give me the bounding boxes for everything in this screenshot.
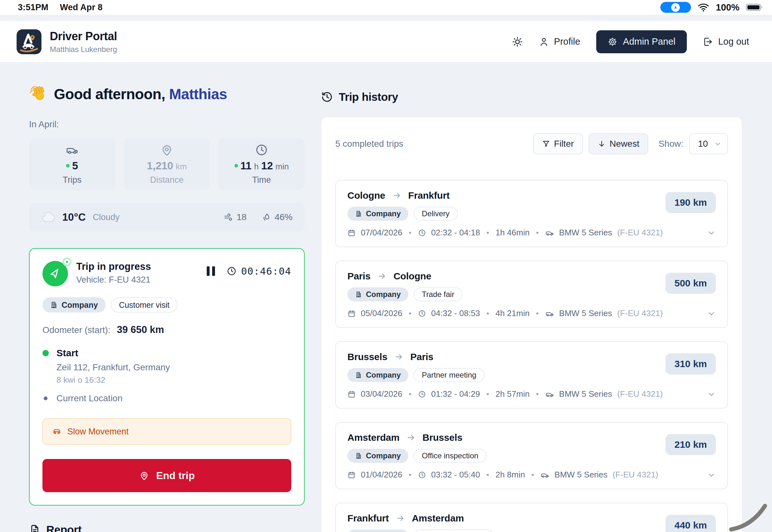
end-trip-label: End trip — [156, 470, 195, 482]
app-header: Driver Portal Matthias Lukenberg Profile — [0, 21, 772, 63]
dot-separator: • — [485, 390, 490, 399]
trip-history-row[interactable]: Paris Cologne Company — [335, 261, 728, 328]
trip-avatar — [42, 261, 68, 286]
profile-button[interactable]: Profile — [539, 36, 580, 47]
stat-distance-label: Distance — [150, 175, 183, 185]
stat-card-trips: 5 Trips — [29, 138, 115, 190]
trip-history-row[interactable]: Cologne Frankfurt Company — [335, 180, 728, 247]
arrow-right-icon — [392, 191, 401, 200]
trip-route: Frankfurt Amsterdam — [347, 513, 716, 524]
weather-condition: Cloudy — [93, 212, 120, 222]
person-icon — [539, 37, 549, 47]
trip-history-row[interactable]: Amsterdam Brussels Company — [335, 422, 728, 489]
trip-status-title: Trip in progress — [76, 261, 151, 272]
document-icon — [29, 524, 41, 532]
expand-chevron-icon[interactable] — [707, 228, 716, 237]
logout-button[interactable]: Log out — [703, 36, 749, 47]
car-icon — [65, 143, 79, 157]
app-title: Driver Portal — [50, 30, 117, 43]
waving-hand-icon — [29, 85, 48, 103]
car-icon — [545, 309, 554, 318]
route-from: Brussels — [347, 351, 387, 362]
tag-purpose: Client presentation — [413, 529, 494, 532]
admin-panel-button[interactable]: Admin Panel — [596, 30, 687, 53]
trip-vehicle: BMW 5 Series — [559, 228, 612, 238]
trip-plate: (F-EU 4321) — [612, 470, 658, 480]
calendar-icon — [347, 390, 356, 398]
green-dot — [66, 164, 70, 167]
expand-chevron-icon[interactable] — [707, 390, 716, 399]
clock-icon — [255, 143, 268, 157]
funnel-icon — [542, 140, 550, 148]
arrow-right-icon — [394, 352, 403, 361]
sort-newest-button[interactable]: Newest — [589, 133, 648, 154]
completed-trips-count: 5 completed trips — [335, 139, 403, 149]
tag-company: Company — [347, 207, 408, 221]
trip-history-row[interactable]: Brussels Paris Company — [335, 341, 728, 409]
trip-meta: 07/04/2026 • 02:32 - 04:18 • 1h 46min • … — [347, 228, 716, 238]
alert-text: Slow Movement — [67, 427, 129, 437]
monthly-stats: 5 Trips 1,210km Distance — [29, 138, 305, 190]
current-location-label: Current Location — [56, 393, 122, 403]
trip-history-row[interactable]: Frankfurt Amsterdam Company — [335, 503, 728, 532]
map-pin-icon — [160, 143, 174, 157]
dot-separator: • — [530, 470, 535, 479]
tag-purpose: Delivery — [413, 207, 458, 221]
battery-icon — [746, 3, 764, 12]
current-location-dot — [44, 396, 48, 400]
odometer-value: 39 650 km — [117, 324, 164, 336]
sort-label: Newest — [610, 139, 639, 149]
timer-clock-icon — [226, 266, 237, 276]
tag-purpose: Customer visit — [111, 297, 178, 313]
distance-badge: 500 km — [665, 273, 716, 294]
theme-toggle-sun-icon[interactable] — [512, 36, 523, 47]
dot-separator: • — [535, 309, 540, 318]
stat-card-distance: 1,210km Distance — [124, 138, 210, 190]
wifi-icon — [697, 3, 709, 12]
report-section-header: Report — [29, 523, 305, 532]
small-clock-icon — [418, 471, 426, 479]
distance-badge: 440 km — [665, 515, 716, 532]
droplet-icon — [261, 212, 271, 222]
stat-time-hours: 11 — [241, 160, 252, 172]
building-icon — [355, 291, 362, 298]
expand-chevron-icon[interactable] — [707, 309, 716, 318]
stat-trips-value: 5 — [72, 160, 78, 172]
trip-history-card: 5 completed trips Filter — [321, 117, 742, 532]
logout-icon — [703, 37, 713, 47]
dot-separator: • — [535, 390, 540, 399]
chevron-down-icon — [714, 140, 722, 148]
dot-separator: • — [407, 390, 412, 399]
distance-badge: 190 km — [665, 192, 716, 213]
small-clock-icon — [418, 229, 426, 237]
trip-duration: 2h 8min — [495, 470, 525, 480]
trip-list: Cologne Frankfurt Company — [335, 180, 728, 532]
trip-timer: 00:46:04 — [241, 265, 291, 277]
small-clock-icon — [418, 309, 426, 318]
stat-trips-label: Trips — [63, 175, 82, 185]
route-from: Amsterdam — [347, 432, 399, 443]
end-trip-button[interactable]: End trip — [42, 459, 291, 492]
trip-date: 03/04/2026 — [361, 389, 402, 399]
weather-temp: 10°C — [62, 211, 86, 223]
building-icon — [355, 210, 362, 217]
trip-vehicle: BMW 5 Series — [559, 308, 612, 318]
battery-percent: 100% — [716, 2, 739, 13]
expand-chevron-icon[interactable] — [707, 470, 716, 479]
page-size-select[interactable]: 10 — [689, 133, 728, 154]
building-icon — [355, 452, 362, 459]
weather-card: 10°C Cloudy 18 46% — [29, 203, 305, 232]
pause-button[interactable] — [207, 266, 215, 276]
loading-spinner-arc — [724, 494, 772, 532]
report-title: Report — [46, 523, 82, 532]
slow-movement-alert: Slow Movement — [42, 418, 291, 445]
system-status-bar: 3:51PM Wed Apr 8 100% — [0, 0, 772, 15]
route-to: Amsterdam — [412, 513, 464, 524]
route-to: Brussels — [422, 432, 462, 443]
distance-badge: 210 km — [665, 434, 716, 455]
start-time: 8 kwi o 16:32 — [56, 375, 291, 385]
page-size-value: 10 — [698, 139, 708, 149]
location-services-indicator — [660, 2, 691, 13]
tag-company: Company — [347, 529, 408, 532]
filter-button[interactable]: Filter — [533, 133, 583, 154]
